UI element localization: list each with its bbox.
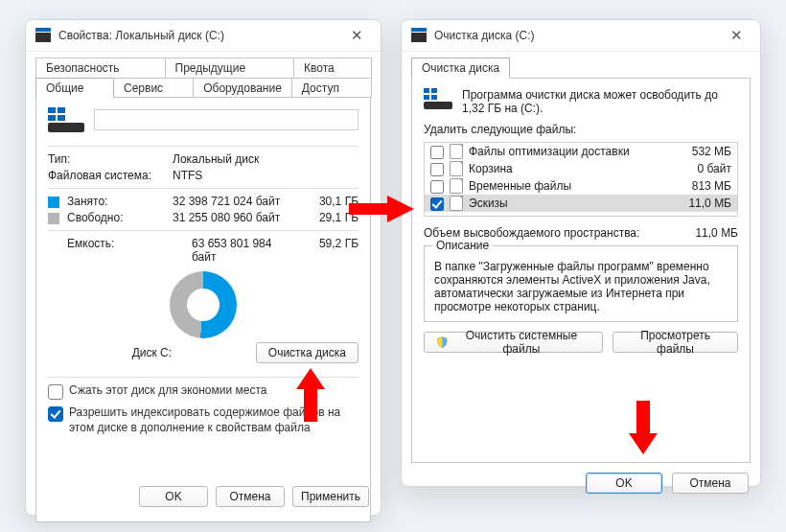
file-item-checkbox[interactable] bbox=[430, 163, 444, 176]
titlebar: Очистка диска (C:) ✕ bbox=[402, 20, 760, 52]
drive-icon bbox=[411, 28, 427, 43]
file-item-name: Корзина bbox=[469, 162, 674, 175]
capacity-label: Емкость: bbox=[48, 237, 192, 264]
compress-label: Сжать этот диск для экономии места bbox=[69, 383, 266, 397]
titlebar: Свойства: Локальный диск (C:) ✕ bbox=[26, 20, 381, 52]
drive-large-icon bbox=[48, 107, 84, 132]
cancel-button[interactable]: Отмена bbox=[216, 486, 285, 507]
tab-hardware[interactable]: Оборудование bbox=[193, 78, 292, 98]
total-value: 11,0 МБ bbox=[671, 226, 738, 240]
used-bytes: 32 398 721 024 байт bbox=[173, 195, 296, 208]
file-item-size: 813 МБ bbox=[674, 179, 731, 193]
index-checkbox[interactable] bbox=[48, 406, 63, 422]
file-item-checkbox[interactable] bbox=[430, 180, 444, 194]
file-icon bbox=[450, 144, 463, 159]
window-title: Свойства: Локальный диск (C:) bbox=[58, 29, 224, 42]
file-icon bbox=[450, 161, 463, 176]
file-item-checkbox[interactable] bbox=[430, 146, 444, 159]
tab-cleanup[interactable]: Очистка диска bbox=[411, 58, 510, 79]
tabs: Безопасность Предыдущие версии Квота Общ… bbox=[35, 58, 371, 98]
file-item-size: 532 МБ bbox=[674, 145, 731, 158]
ok-button[interactable]: OK bbox=[586, 473, 662, 494]
tab-security[interactable]: Безопасность bbox=[35, 58, 166, 78]
description-group: Описание В папке "Загруженные файлы прог… bbox=[424, 245, 738, 322]
tab-general[interactable]: Общие bbox=[35, 78, 114, 98]
used-gb: 30,1 ГБ bbox=[296, 195, 358, 208]
free-label: Свободно: bbox=[67, 211, 124, 224]
window-title: Очистка диска (C:) bbox=[434, 29, 535, 42]
clean-system-files-label: Очистить системные файлы bbox=[452, 329, 590, 356]
file-list-item[interactable]: Временные файлы813 МБ bbox=[425, 177, 737, 195]
free-bytes: 31 255 080 960 байт bbox=[173, 211, 296, 224]
file-item-name: Файлы оптимизации доставки bbox=[469, 145, 674, 158]
properties-dialog: Свойства: Локальный диск (C:) ✕ Безопасн… bbox=[25, 19, 381, 516]
apply-button[interactable]: Применить bbox=[292, 486, 369, 507]
cleanup-summary-text: Программа очистки диска может освободить… bbox=[462, 88, 738, 115]
file-item-checkbox[interactable] bbox=[430, 197, 444, 211]
disk-cleanup-button[interactable]: Очистка диска bbox=[256, 342, 358, 363]
file-icon bbox=[450, 178, 463, 194]
type-label: Тип: bbox=[48, 152, 173, 166]
tab-sharing[interactable]: Доступ bbox=[291, 78, 372, 98]
ok-button[interactable]: OK bbox=[139, 486, 208, 507]
index-label: Разрешить индексировать содержимое файло… bbox=[69, 405, 358, 435]
capacity-gb: 59,2 ГБ bbox=[296, 237, 358, 264]
file-icon bbox=[450, 196, 463, 211]
file-item-name: Эскизы bbox=[469, 197, 674, 210]
tab-service[interactable]: Сервис bbox=[113, 78, 194, 98]
used-label: Занято: bbox=[67, 195, 107, 208]
compress-checkbox[interactable] bbox=[48, 384, 63, 400]
used-swatch bbox=[48, 197, 59, 208]
fs-value: NTFS bbox=[173, 169, 358, 182]
usage-donut-chart bbox=[170, 271, 237, 338]
capacity-bytes: 63 653 801 984 байт bbox=[192, 237, 296, 264]
disk-label: Диск C: bbox=[48, 346, 256, 359]
close-icon[interactable]: ✕ bbox=[340, 27, 373, 44]
fs-label: Файловая система: bbox=[48, 169, 173, 182]
tab-previous-versions[interactable]: Предыдущие версии bbox=[165, 58, 295, 78]
drive-small-icon bbox=[424, 88, 452, 109]
description-text: В папке "Загруженные файлы программ" вре… bbox=[434, 260, 728, 313]
tab-quota[interactable]: Квота bbox=[293, 58, 372, 78]
description-title: Описание bbox=[432, 239, 493, 252]
view-files-button[interactable]: Просмотреть файлы bbox=[613, 332, 738, 353]
delete-files-label: Удалить следующие файлы: bbox=[424, 123, 738, 136]
file-item-size: 0 байт bbox=[674, 162, 731, 175]
file-list-item[interactable]: Файлы оптимизации доставки532 МБ bbox=[425, 143, 737, 160]
close-icon[interactable]: ✕ bbox=[720, 27, 752, 44]
cleanup-panel: Программа очистки диска может освободить… bbox=[411, 78, 751, 463]
file-list-item[interactable]: Корзина0 байт bbox=[425, 160, 737, 177]
free-swatch bbox=[48, 213, 59, 224]
cancel-button[interactable]: Отмена bbox=[672, 473, 749, 494]
volume-name-input[interactable] bbox=[94, 109, 358, 130]
cleanup-dialog: Очистка диска (C:) ✕ Очистка диска Прогр… bbox=[401, 19, 761, 487]
total-label: Объем высвобождаемого пространства: bbox=[424, 226, 671, 240]
file-item-name: Временные файлы bbox=[469, 179, 674, 193]
shield-icon bbox=[436, 335, 449, 349]
free-gb: 29,1 ГБ bbox=[296, 211, 358, 224]
file-item-size: 11,0 МБ bbox=[674, 197, 731, 210]
general-panel: Тип:Локальный диск Файловая система:NTFS… bbox=[35, 97, 371, 522]
file-list-item[interactable]: Эскизы11,0 МБ bbox=[425, 195, 737, 212]
type-value: Локальный диск bbox=[173, 152, 358, 166]
drive-icon bbox=[35, 28, 51, 43]
file-list[interactable]: Файлы оптимизации доставки532 МБКорзина0… bbox=[424, 142, 738, 217]
clean-system-files-button[interactable]: Очистить системные файлы bbox=[424, 332, 603, 353]
